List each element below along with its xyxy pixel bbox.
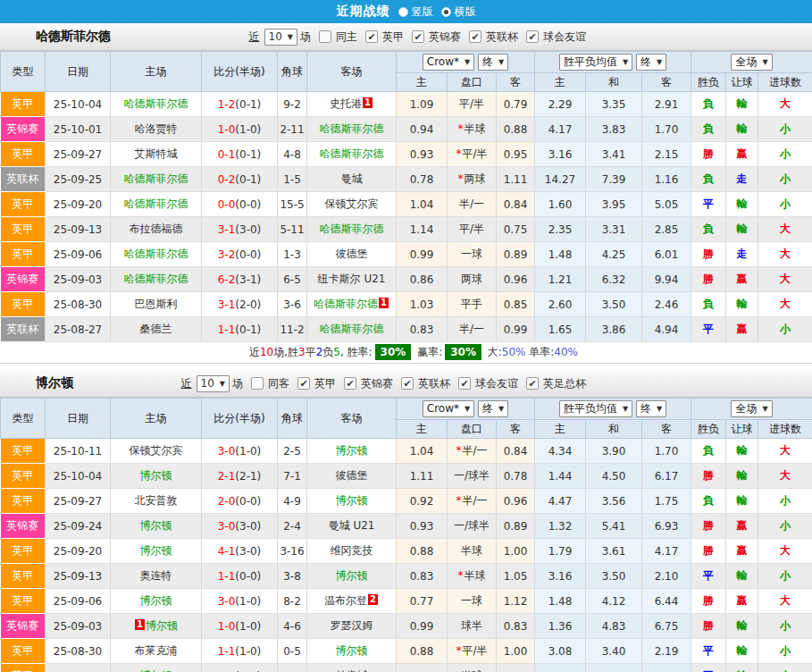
mean-home: 4.34: [535, 439, 586, 464]
league-filter-checkbox[interactable]: [526, 30, 539, 43]
away-team: 林肯城: [307, 664, 397, 672]
league-cell: 英甲: [1, 217, 46, 242]
mean-type-select[interactable]: 胜平负均值: [559, 400, 632, 417]
league-filter-checkbox[interactable]: [365, 30, 378, 43]
result-char: 小: [780, 147, 791, 160]
near-link[interactable]: 近: [249, 29, 260, 45]
scope-select[interactable]: 全场: [731, 54, 772, 71]
away-team: 曼城 U21: [307, 514, 397, 539]
summary-text: 近: [249, 346, 260, 358]
away-team: 彼德堡: [307, 464, 397, 489]
near-link[interactable]: 近: [181, 376, 192, 391]
odds-home: 0.88: [397, 539, 448, 564]
result-goals: 大: [758, 92, 812, 117]
league-cell: 英甲: [1, 464, 46, 489]
mean-draw: 3.40: [586, 639, 642, 664]
result-handicap: 贏: [726, 539, 758, 564]
league-badge: 英甲: [1, 664, 46, 672]
match-row: 英甲25-08-30布莱克浦1-1(1-0)0-5博尔顿0.88*平/半1.00…: [1, 639, 812, 664]
mean-home: 1.79: [535, 539, 586, 564]
team-name: 布莱克浦: [135, 644, 178, 657]
score: 0-0(0-0): [202, 192, 278, 217]
result-char: 輸: [737, 97, 748, 110]
odds-handicap: 一/球半: [448, 464, 497, 489]
away-team: 哈德斯菲尔德1: [307, 292, 397, 317]
team-name: 奥连特: [140, 569, 172, 582]
result-char: 大: [780, 248, 791, 260]
result-handicap: 輸: [726, 117, 758, 142]
match-count-select[interactable]: 10: [264, 29, 297, 46]
odds-home: 0.77: [397, 589, 448, 614]
league-cell: 英甲: [1, 489, 46, 514]
league-filter-checkbox[interactable]: [412, 30, 424, 43]
odds-handicap: *平/半: [448, 639, 497, 664]
column-header-goals: 进球数: [758, 73, 812, 92]
column-header-home: 主场: [111, 399, 202, 439]
odds-handicap: 一球: [448, 589, 497, 614]
mean-time-select[interactable]: 终: [636, 54, 666, 71]
result-wdl: 平: [691, 664, 726, 672]
odds-time-select[interactable]: 终: [478, 54, 508, 71]
star-mark: *: [458, 172, 464, 185]
result-char: 大: [780, 594, 791, 607]
score: 1-0(1-0): [202, 117, 278, 142]
halftime-score: (1-0): [235, 595, 261, 608]
team-name: 博尔顿: [140, 544, 172, 557]
league-filter-checkbox[interactable]: [469, 30, 481, 43]
page: 近期战绩 竖版 横版 哈德斯菲尔德 近10场同主英甲英锦赛英联杯球会友谊 类型: [0, 0, 812, 672]
result-handicap: 走: [726, 167, 758, 192]
match-count-select[interactable]: 10: [197, 375, 230, 392]
same-venue-checkbox[interactable]: [251, 377, 264, 390]
odds-time-select[interactable]: 终: [478, 400, 508, 417]
league-filter-checkbox[interactable]: [344, 377, 356, 390]
result-goals: 小: [758, 514, 812, 539]
result-goals: 小: [758, 664, 812, 672]
league-filter-checkbox[interactable]: [401, 377, 414, 390]
summary-text: 平: [306, 346, 316, 358]
team-name: 博尔顿: [336, 444, 368, 457]
odds-header-group: Crow* 终: [397, 399, 535, 420]
result-char: 輸: [737, 197, 748, 210]
mean-draw: 3.90: [586, 439, 642, 464]
league-filter-checkbox[interactable]: [458, 377, 471, 390]
team-name: 史托港: [330, 97, 362, 110]
fulltime-score: 0-0: [218, 198, 236, 211]
mean-draw: 7.39: [586, 167, 642, 192]
column-header-handicap: 盘口: [448, 420, 497, 439]
home-team: 哈洛贾特: [111, 117, 202, 142]
league-badge: 英甲: [1, 464, 46, 488]
red-card-badge: 2: [368, 594, 378, 605]
away-team: 博尔顿: [307, 439, 397, 464]
corners: 2-5: [278, 439, 307, 464]
scope-select[interactable]: 全场: [731, 400, 772, 417]
page-title: 近期战绩: [337, 4, 390, 20]
mean-away: 6.01: [642, 242, 691, 267]
away-team: 曼城: [307, 167, 397, 192]
league-cell: 英甲: [1, 192, 46, 217]
result-goals: 大: [758, 464, 812, 489]
league-filter-checkbox[interactable]: [297, 377, 310, 390]
result-goals: 小: [758, 192, 812, 217]
result-wdl: 勝: [691, 142, 726, 167]
corners: 13-2: [278, 664, 307, 672]
layout-radio-horizontal[interactable]: 横版: [441, 4, 476, 20]
fulltime-score: 0-1: [218, 148, 236, 161]
odds-home: 1.04: [397, 439, 448, 464]
home-team: 巴恩斯利: [111, 292, 202, 317]
radio-horizontal-label: 横版: [455, 4, 476, 20]
column-header-score: 比分(半场): [202, 399, 278, 439]
matches-label: 场: [300, 29, 311, 45]
layout-radio-vertical[interactable]: 竖版: [398, 4, 433, 20]
odds-source-select[interactable]: Crow*: [423, 54, 474, 71]
mean-type-select[interactable]: 胜平负均值: [559, 54, 632, 71]
home-team: 布拉德福德: [111, 217, 202, 242]
odds-handicap: 半/一: [448, 317, 497, 342]
odds-source-select[interactable]: Crow*: [423, 400, 474, 417]
mean-away: 2.91: [642, 92, 691, 117]
league-filter-checkbox[interactable]: [526, 377, 539, 390]
score: 1-1(0-1): [202, 664, 278, 672]
star-mark: *: [456, 147, 461, 160]
mean-time-select[interactable]: 终: [636, 400, 666, 417]
home-team: 奥连特: [111, 564, 202, 589]
same-venue-checkbox[interactable]: [319, 30, 331, 43]
